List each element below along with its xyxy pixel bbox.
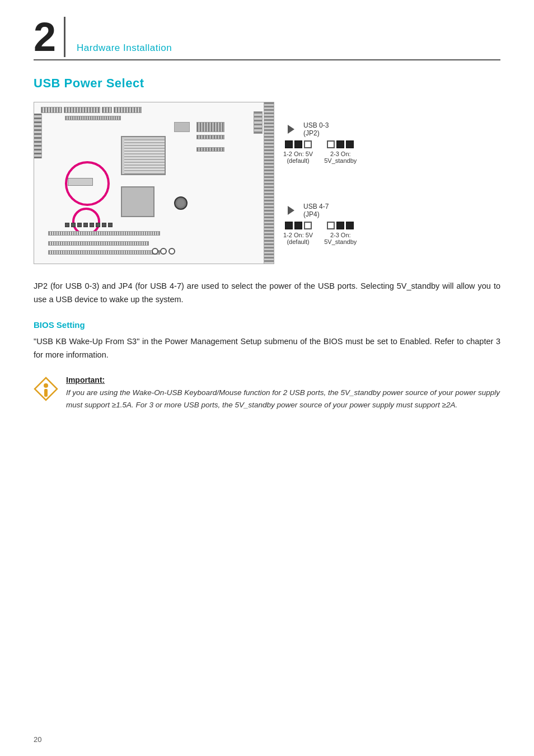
pin-filled-5: [285, 222, 293, 229]
usb03-label: USB 0-3 (JP2): [303, 121, 329, 137]
usb03-options: 1-2 On: 5V(default) 2-3 On:5V_standby: [283, 140, 500, 164]
warning-icon: [34, 377, 58, 401]
usb47-arrow: [288, 206, 294, 215]
svg-point-1: [44, 383, 48, 388]
second-row: [65, 116, 263, 120]
diagram-container: USB 0-3 (JP2) 1-2 On: 5V(default): [34, 102, 500, 264]
pcie-slot-1: [48, 231, 160, 236]
usb47-label2: 2-3 On:5V_standby: [324, 232, 357, 245]
usb03-option2: 2-3 On:5V_standby: [324, 140, 357, 164]
header-title: Hardware Installation: [71, 43, 172, 57]
left-connectors: [34, 114, 42, 158]
body-text: JP2 (for USB 0-3) and JP4 (for USB 4-7) …: [34, 280, 500, 307]
usb03-group: USB 0-3 (JP2) 1-2 On: 5V(default): [283, 121, 500, 164]
important-label: Important:: [66, 375, 500, 384]
usb03-option1: 1-2 On: 5V(default): [283, 140, 313, 164]
usb03-label2: 2-3 On:5V_standby: [324, 151, 357, 164]
pin-empty-4: [327, 222, 335, 229]
page-header: 2 Hardware Installation: [34, 17, 500, 60]
pcie-slot-2: [48, 241, 149, 246]
important-box: Important: If you are using the Wake-On-…: [34, 375, 500, 412]
pin-filled-7: [336, 222, 344, 229]
chip-small: [68, 178, 93, 186]
usb47-label-container: USB 4-7 (JP4): [303, 203, 329, 218]
usb03-label1: 1-2 On: 5V(default): [283, 151, 313, 164]
usb03-pins1: [285, 140, 312, 148]
small-chip-top: [174, 122, 190, 132]
pin-filled-8: [346, 222, 354, 229]
usb47-options: 1-2 On: 5V(default) 2-3 On:5V_standby: [283, 222, 500, 245]
usb47-pins1: [285, 222, 312, 229]
vertical-slots: [264, 102, 274, 264]
page-number: 20: [34, 735, 41, 744]
pin-empty-3: [304, 222, 312, 229]
chapter-number: 2: [34, 17, 65, 57]
usb47-text: USB 4-7 (JP4): [303, 203, 329, 218]
pin-empty-1: [304, 140, 312, 148]
dimm-slot: [196, 122, 224, 132]
pin-filled-3: [336, 140, 344, 148]
right-labels: USB 0-3 (JP2) 1-2 On: 5V(default): [274, 102, 500, 264]
svg-rect-2: [44, 389, 48, 397]
usb47-label1: 1-2 On: 5V(default): [283, 232, 313, 245]
chip-center: [121, 186, 154, 217]
small-vert-conn: [254, 111, 263, 134]
usb47-option1: 1-2 On: 5V(default): [283, 222, 313, 245]
pin-filled-4: [346, 140, 354, 148]
usb47-arrow-row: USB 4-7 (JP4): [283, 203, 500, 218]
bios-setting-text: "USB KB Wake-Up From S3" in the Power Ma…: [34, 335, 500, 362]
motherboard-diagram: [34, 102, 274, 264]
important-text: If you are using the Wake-On-USB Keyboar…: [66, 387, 500, 412]
pin-filled-6: [294, 222, 302, 229]
usb03-arrow: [288, 125, 294, 134]
usb03-pins2: [327, 140, 354, 148]
section-title: USB Power Select: [34, 76, 500, 91]
dimm-slot2: [196, 135, 224, 139]
usb47-group: USB 4-7 (JP4) 1-2 On: 5V(default): [283, 203, 500, 245]
pin-filled-2: [294, 140, 302, 148]
top-connectors: [41, 107, 263, 113]
bottom-connectors: [152, 248, 175, 255]
usb03-text: USB 0-3 (JP2): [303, 121, 329, 137]
pin-filled-1: [285, 140, 293, 148]
pcie-slot-3: [48, 250, 160, 255]
pin-empty-2: [327, 140, 335, 148]
small-conn-row: [65, 223, 113, 227]
usb47-pins2: [327, 222, 354, 229]
cpu-area: [121, 136, 166, 175]
dimm-slot3: [196, 147, 224, 152]
usb03-arrow-row: USB 0-3 (JP2): [283, 121, 500, 137]
battery: [174, 196, 188, 210]
usb47-option2: 2-3 On:5V_standby: [324, 222, 357, 245]
bios-setting-title: BIOS Setting: [34, 320, 500, 330]
important-content: Important: If you are using the Wake-On-…: [66, 375, 500, 412]
